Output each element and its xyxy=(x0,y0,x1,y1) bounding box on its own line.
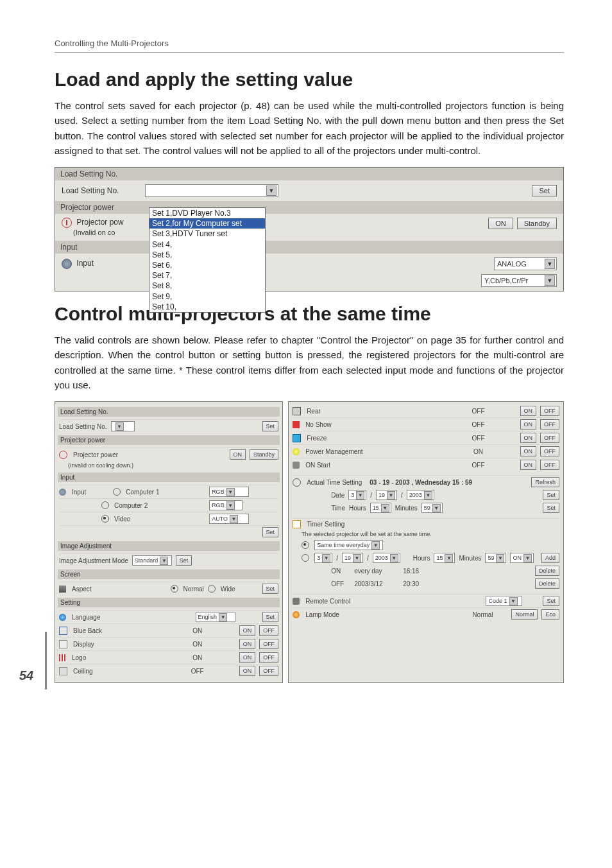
standby-button[interactable]: Standby xyxy=(250,449,278,460)
dropdown-option[interactable]: Set 9, xyxy=(149,291,265,302)
off-button[interactable]: OFF xyxy=(259,652,278,663)
off-button[interactable]: OFF xyxy=(259,666,278,676)
dropdown-t-year[interactable]: 2003▼ xyxy=(373,553,400,563)
dropdown-t-minutes[interactable]: 59▼ xyxy=(485,553,506,563)
dropdown-option[interactable]: Set 10, xyxy=(149,302,265,312)
normal-button[interactable]: Normal xyxy=(511,609,538,620)
radio-video[interactable] xyxy=(101,515,109,523)
dropdown-comp2[interactable]: RGB▼ xyxy=(209,500,242,510)
eco-button[interactable]: Eco xyxy=(541,609,559,620)
dropdown-language[interactable]: English▼ xyxy=(196,612,235,622)
radio-computer2[interactable] xyxy=(101,501,109,509)
set-button[interactable]: Set xyxy=(543,503,559,513)
dropdown-year[interactable]: 2003▼ xyxy=(407,490,434,500)
off-button[interactable]: OFF xyxy=(540,433,559,443)
dropdown-image-mode[interactable]: Standard▼ xyxy=(132,555,172,566)
remote-icon xyxy=(293,598,300,605)
dropdown-option[interactable]: Set 3,HDTV Tuner set xyxy=(149,229,265,239)
dropdown-t-day[interactable]: 19▼ xyxy=(342,553,363,563)
dropdown-t-onoff[interactable]: ON▼ xyxy=(510,553,534,563)
off-button[interactable]: OFF xyxy=(540,460,559,470)
label-input: Input xyxy=(72,489,86,496)
set-button[interactable]: Set xyxy=(532,185,557,196)
off-button[interactable]: OFF xyxy=(540,419,559,430)
dropdown-option[interactable]: Set 8, xyxy=(149,281,265,291)
on-button[interactable]: ON xyxy=(520,406,537,416)
dropdown-hours[interactable]: 15▼ xyxy=(370,503,391,513)
set-button[interactable]: Set xyxy=(262,527,279,537)
sched1-time: 16:16 xyxy=(403,568,419,575)
dropdown-remote-code[interactable]: Code 1▼ xyxy=(486,596,522,606)
dropdown-comp1[interactable]: RGB▼ xyxy=(209,487,249,497)
power-standby-button[interactable]: Standby xyxy=(517,218,557,229)
dropdown-load-setting-open[interactable]: Set 1,DVD Player No.3 Set 2,for My Compu… xyxy=(149,207,266,313)
dropdown-month[interactable]: 3▼ xyxy=(348,490,366,500)
off-button[interactable]: OFF xyxy=(540,406,559,416)
power-on-button[interactable]: ON xyxy=(488,218,513,229)
delete-button[interactable]: Delete xyxy=(535,578,559,589)
dropdown-same-time[interactable]: Same time everyday▼ xyxy=(314,540,383,550)
label-image-mode: Image Adjustment Mode xyxy=(59,557,128,564)
dropdown-ycbcr[interactable]: Y,Cb/Pb,Cr/Pr ▼ xyxy=(481,274,557,287)
label-computer2: Computer 2 xyxy=(114,502,148,509)
radio-normal[interactable] xyxy=(171,585,178,593)
dropdown-option[interactable]: Set 7, xyxy=(149,270,265,281)
dropdown-minutes[interactable]: 59▼ xyxy=(421,503,443,513)
dropdown-option[interactable]: Set 6, xyxy=(149,260,265,270)
add-button[interactable]: Add xyxy=(541,553,559,563)
on-button[interactable]: ON xyxy=(239,639,256,649)
radio-specific-date[interactable] xyxy=(302,554,309,562)
set-button[interactable]: Set xyxy=(262,584,279,594)
delete-button[interactable]: Delete xyxy=(535,566,559,576)
off-button[interactable]: OFF xyxy=(540,446,559,456)
off-button[interactable]: OFF xyxy=(259,625,278,636)
dropdown-day[interactable]: 19▼ xyxy=(376,490,397,500)
noshow-icon xyxy=(293,421,300,428)
input-icon xyxy=(62,259,72,269)
dropdown-option[interactable]: Set 5, xyxy=(149,250,265,260)
label-pm: Power Management xyxy=(305,448,363,455)
value-logo: ON xyxy=(183,654,212,661)
refresh-button[interactable]: Refresh xyxy=(531,477,559,487)
label-actual-time: Actual Time Setting xyxy=(307,479,362,486)
off-button[interactable]: OFF xyxy=(259,639,278,649)
dropdown-option-selected[interactable]: Set 2,for My Computer set xyxy=(149,218,265,229)
header-load: Load Setting No. xyxy=(58,407,280,417)
header-image-adj: Image Adjustment xyxy=(58,541,280,551)
set-button[interactable]: Set xyxy=(262,421,279,431)
dropdown-t-month[interactable]: 3▼ xyxy=(314,553,332,563)
dropdown-option[interactable]: Set 4, xyxy=(149,239,265,250)
label-remote: Remote Control xyxy=(305,598,350,605)
set-button[interactable]: Set xyxy=(543,596,559,606)
on-button[interactable]: ON xyxy=(520,433,537,443)
label-onstart: ON Start xyxy=(305,462,330,469)
on-button[interactable]: ON xyxy=(520,419,537,430)
on-button[interactable]: ON xyxy=(239,652,256,663)
set-button[interactable]: Set xyxy=(262,612,279,622)
onstart-icon xyxy=(293,462,300,469)
dropdown-load-mini[interactable]: ▼ xyxy=(111,421,135,431)
section1-paragraph: The control sets saved for each projecto… xyxy=(55,98,564,158)
header-screen: Screen xyxy=(58,569,280,579)
dropdown-load-setting[interactable]: ▼ xyxy=(145,184,278,197)
on-button[interactable]: ON xyxy=(230,449,246,460)
page-margin-bar xyxy=(45,632,47,690)
radio-wide[interactable] xyxy=(208,585,216,593)
on-button[interactable]: ON xyxy=(520,446,537,456)
note-cooling: (Invalid on cooling down.) xyxy=(59,461,278,470)
dropdown-analog[interactable]: ANALOG ▼ xyxy=(494,257,557,270)
radio-same-time[interactable] xyxy=(302,541,309,549)
set-button[interactable]: Set xyxy=(543,490,559,500)
set-button[interactable]: Set xyxy=(176,555,192,566)
on-button[interactable]: ON xyxy=(239,666,256,676)
panel-header-projector-power: Projector power xyxy=(55,201,563,214)
on-button[interactable]: ON xyxy=(239,625,256,636)
dropdown-option[interactable]: Set 1,DVD Player No.3 xyxy=(149,208,265,218)
label-lamp: Lamp Mode xyxy=(305,611,339,618)
logo-icon xyxy=(59,654,66,661)
radio-computer1[interactable] xyxy=(113,488,121,496)
dropdown-video[interactable]: AUTO▼ xyxy=(209,514,249,524)
on-button[interactable]: ON xyxy=(520,460,537,470)
dropdown-t-hours[interactable]: 15▼ xyxy=(434,553,455,563)
label-load-setting-no: Load Setting No. xyxy=(62,186,145,195)
